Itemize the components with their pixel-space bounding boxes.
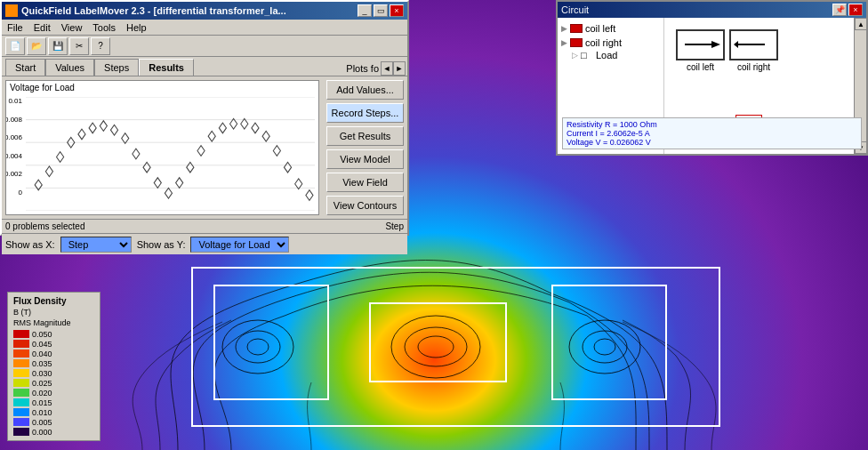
menu-file[interactable]: File [5, 22, 25, 33]
status-left: 0 problems selected [5, 221, 85, 231]
new-button[interactable]: 📄 [5, 37, 25, 55]
y-label-4: 0.002 [5, 170, 22, 178]
y-label-2: 0.006 [5, 133, 22, 141]
open-button[interactable]: 📂 [27, 37, 46, 55]
coil-right-box [729, 29, 778, 60]
legend-value-9: 0.005 [32, 418, 52, 427]
view-model-button[interactable]: View Model [326, 149, 404, 169]
svg-marker-20 [89, 123, 96, 133]
tree-item-load[interactable]: ▷ □ Load [561, 50, 660, 60]
plot-next-button[interactable]: ► [393, 61, 406, 76]
axis-selectors: Show as X: Step Show as Y: Voltage for L… [2, 233, 407, 254]
legend-subtitle: RMS Magnitude [13, 318, 94, 327]
svg-marker-27 [165, 188, 172, 198]
legend-item-3: 0.035 [13, 358, 94, 368]
menu-view[interactable]: View [60, 22, 84, 33]
help-button[interactable]: ? [91, 37, 110, 55]
voltage-link[interactable]: Voltage V = 0.026062 V [567, 138, 651, 147]
graph-title: Voltage for Load [6, 81, 318, 94]
svg-marker-40 [306, 190, 313, 201]
tree-expand-load: ▷ [572, 51, 578, 60]
resistivity-link[interactable]: Resistivity R = 1000 Ohm [567, 120, 657, 129]
current-link[interactable]: Current I = 2.6062e-5 A [567, 129, 650, 138]
field-rect-right-coil [551, 285, 667, 400]
add-values-button[interactable]: Add Values... [326, 80, 404, 100]
svg-marker-26 [154, 178, 161, 189]
circuit-close-button[interactable]: × [848, 4, 863, 16]
load-icon: □ [581, 50, 593, 60]
legend-item-6: 0.020 [13, 388, 94, 398]
circuit-title-bar: Circuit 📌 × [558, 2, 866, 18]
legend-color-8 [13, 408, 29, 416]
minimize-button[interactable]: _ [358, 4, 372, 17]
legend-panel: Flux Density B (T) RMS Magnitude 0.050 0… [7, 292, 100, 441]
legend-item-8: 0.010 [13, 407, 94, 417]
tab-values[interactable]: Values [45, 59, 94, 76]
coil-left-diagram-label: coil left [676, 62, 725, 72]
legend-value-8: 0.010 [32, 408, 52, 417]
coil-right-label: coil right [585, 37, 622, 48]
tree-item-coil-left[interactable]: ▶ coil left [561, 21, 660, 36]
tree-item-coil-right[interactable]: ▶ coil right [561, 36, 660, 50]
coil-left-box [676, 29, 725, 60]
legend-value-5: 0.025 [32, 379, 52, 388]
tab-steps[interactable]: Steps [94, 59, 139, 76]
legend-item-1: 0.045 [13, 339, 94, 349]
view-field-button[interactable]: View Field [326, 173, 404, 192]
svg-marker-42 [711, 41, 720, 48]
scroll-up-button[interactable]: ▲ [855, 18, 867, 30]
circuit-title: Circuit [561, 4, 589, 15]
legend-color-0 [13, 330, 29, 338]
right-panel: Add Values... Record Steps... Get Result… [323, 76, 407, 219]
svg-marker-21 [100, 121, 107, 132]
circuit-pin-button[interactable]: 📌 [832, 4, 847, 16]
view-contours-button[interactable]: View Contours [326, 196, 404, 215]
legend-value-4: 0.030 [32, 369, 52, 378]
load-label: Load [596, 50, 617, 60]
legend-color-4 [13, 369, 29, 377]
menu-edit[interactable]: Edit [32, 22, 52, 33]
main-window: QuickField LabelMover 2.3 - [differentia… [0, 0, 409, 236]
plot-prev-button[interactable]: ◄ [381, 61, 393, 76]
restore-button[interactable]: ▭ [374, 4, 388, 17]
tab-bar: Start Values Steps Results Plots fo ◄ ► [2, 57, 407, 76]
coil-right-diagram-label: coil right [729, 62, 778, 72]
coil-left-label: coil left [585, 23, 615, 34]
record-steps-button[interactable]: Record Steps... [326, 103, 404, 123]
svg-marker-24 [133, 149, 140, 159]
svg-marker-19 [78, 129, 85, 140]
tab-start[interactable]: Start [5, 59, 45, 76]
legend-item-2: 0.040 [13, 349, 94, 358]
legend-value-2: 0.040 [32, 350, 52, 358]
field-rect-center [369, 302, 507, 382]
svg-marker-31 [208, 131, 215, 141]
legend-title: Flux Density [13, 296, 94, 306]
coil-left-icon [570, 24, 583, 33]
legend-item-7: 0.015 [13, 398, 94, 407]
legend-color-1 [13, 340, 29, 348]
y-axis-select[interactable]: Voltage for Load [190, 237, 289, 253]
graph-svg [26, 97, 315, 211]
plots-label: Plots fo [346, 63, 379, 74]
svg-marker-39 [295, 179, 302, 189]
svg-marker-16 [45, 166, 52, 177]
y-label-1: 0.008 [5, 116, 22, 124]
menu-tools[interactable]: Tools [91, 22, 117, 33]
legend-color-2 [13, 350, 29, 358]
legend-color-6 [13, 389, 29, 397]
toolbar: 📄 📂 💾 ✂ ? [2, 36, 407, 57]
circuit-coil-right-box: coil right [729, 29, 778, 72]
tab-results[interactable]: Results [139, 59, 194, 76]
legend-value-0: 0.050 [32, 330, 52, 339]
close-button[interactable]: × [390, 4, 404, 17]
x-axis-select[interactable]: Step [60, 237, 132, 253]
get-results-button[interactable]: Get Results [326, 126, 404, 146]
save-button[interactable]: 💾 [48, 37, 68, 55]
cut-button[interactable]: ✂ [69, 37, 89, 55]
menu-help[interactable]: Help [125, 22, 149, 33]
svg-marker-22 [110, 125, 117, 135]
legend-item-10: 0.000 [13, 427, 94, 437]
y-axis-label: Show as Y: [137, 239, 186, 250]
circuit-info-panel: Resistivity R = 1000 Ohm Current I = 2.6… [562, 117, 862, 149]
title-controls: _ ▭ × [358, 4, 404, 17]
